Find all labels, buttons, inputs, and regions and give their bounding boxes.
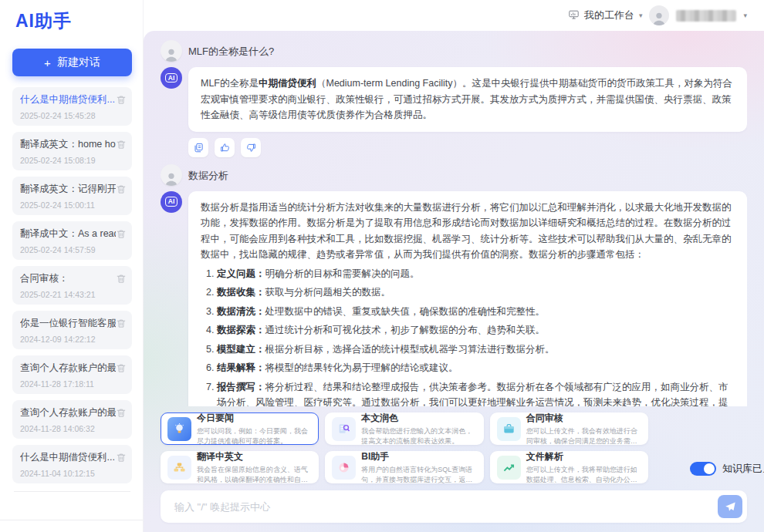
history-item[interactable]: 查询个人存款账户的最新... 2024-11-28 17:18:11 bbox=[12, 355, 132, 394]
ai-answer-text: MLF的全称是 bbox=[201, 78, 259, 89]
history-item-time: 2025-02-24 15:00:11 bbox=[20, 200, 124, 210]
trend-arrow-icon bbox=[497, 456, 521, 480]
translate-flow-icon bbox=[167, 456, 191, 480]
chevron-down-icon: ▾ bbox=[639, 12, 643, 19]
username-redacted[interactable] bbox=[676, 10, 736, 22]
user-message-text: 数据分析 bbox=[188, 164, 228, 186]
history-divider bbox=[14, 491, 130, 492]
history-item-title: 什么是中期借贷便利... bbox=[20, 93, 116, 106]
card-contract-review[interactable]: 合同审核 您可以上传文件，我会有效地进行合同审核，确保合同满足您的业务需求。 bbox=[490, 412, 648, 445]
cards-area: 今日要闻 您可以问我，例如：今日要闻，我会尽力提供准确和可靠的答案。 本文润色 … bbox=[161, 412, 747, 483]
card-file-parsing[interactable]: 文件解析 您可以上传文件，我将帮助您进行如数据处理、信息检索、自动化办公等。 bbox=[490, 451, 648, 483]
knowledge-base-toggle[interactable] bbox=[690, 462, 716, 476]
history-item-title: 什么是中期借贷便利... bbox=[20, 451, 116, 464]
ai-avatar: AI bbox=[161, 67, 182, 89]
step-item: 模型建立：根据分析目标，选择合适的统计模型或机器学习算法进行数据分析。 bbox=[217, 342, 735, 358]
history-item-time: 2025-02-24 15:45:28 bbox=[20, 111, 124, 120]
delete-icon[interactable] bbox=[117, 228, 126, 242]
history-item-time: 2025-02-21 14:43:21 bbox=[20, 290, 124, 299]
user-message: 数据分析 bbox=[161, 164, 747, 186]
card-description: 我会旨在保留原始信息的含义、语气和风格，以确保翻译的准确性和自然流畅。 bbox=[197, 465, 312, 483]
history-item[interactable]: 翻译成中文：As a reader... 2025-02-24 14:57:59 bbox=[12, 221, 132, 260]
new-chat-label: 新建对话 bbox=[57, 56, 100, 69]
app-root: AI助手 + 新建对话 什么是中期借贷便利... 2025-02-24 15:4… bbox=[0, 0, 764, 532]
card-text-polish[interactable]: 本文润色 我会帮助您进行您输入的文本润色，提高文本的流畅度和表达效果。 bbox=[325, 412, 483, 445]
history-item[interactable]: 翻译成英文：记得刚开始... 2025-02-24 15:00:11 bbox=[12, 177, 132, 215]
history-item-title: 查询个人存款账户的最新... bbox=[20, 406, 116, 419]
delete-icon[interactable] bbox=[117, 139, 126, 153]
message-input[interactable] bbox=[173, 500, 710, 513]
user-message-avatar bbox=[161, 164, 182, 186]
delete-icon[interactable] bbox=[117, 362, 126, 376]
briefcase-icon bbox=[497, 417, 521, 441]
workbench-icon bbox=[568, 9, 580, 22]
delete-icon[interactable] bbox=[117, 184, 126, 197]
thumbs-up-button[interactable] bbox=[215, 138, 235, 157]
ai-message: AI 数据分析是指用适当的统计分析方法对收集来的大量数据进行分析，将它们加以汇总… bbox=[161, 191, 747, 407]
history-item-title: 翻译成英文：记得刚开始... bbox=[20, 183, 116, 196]
delete-icon[interactable] bbox=[117, 273, 126, 287]
card-bi-assistant[interactable]: BI助手 将用户的自然语言转化为SQL查询语句，并直接与数据库进行交互，返回智能… bbox=[325, 451, 483, 483]
history-item-time: 2025-02-24 15:08:19 bbox=[20, 156, 124, 165]
new-chat-button[interactable]: + 新建对话 bbox=[12, 49, 132, 76]
workspace-label: 我的工作台 bbox=[584, 8, 634, 22]
history-item-time: 2025-02-24 14:57:59 bbox=[20, 245, 124, 254]
card-description: 您可以上传文件，我会有效地进行合同审核，确保合同满足您的业务需求。 bbox=[526, 426, 641, 445]
composer bbox=[161, 490, 747, 523]
history-item[interactable]: 什么是中期借贷便利... 2024-11-04 10:12:15 bbox=[12, 445, 132, 483]
step-item: 数据探索：通过统计分析和可视化技术，初步了解数据的分布、趋势和关联。 bbox=[217, 322, 735, 338]
card-description: 您可以上传文件，我将帮助您进行如数据处理、信息检索、自动化办公等。 bbox=[526, 465, 641, 483]
card-translate[interactable]: 翻译中英文 我会旨在保留原始信息的含义、语气和风格，以确保翻译的准确性和自然流畅… bbox=[161, 451, 319, 483]
toggle-knob bbox=[704, 463, 715, 474]
history-item[interactable]: 合同审核： 2025-02-21 14:43:21 bbox=[12, 266, 132, 305]
ai-answer-intro: 数据分析是指用适当的统计分析方法对收集来的大量数据进行分析，将它们加以汇总和理解… bbox=[201, 202, 732, 261]
conversation-history: 什么是中期借贷便利... 2025-02-24 15:45:28 翻译成英文：h… bbox=[12, 87, 132, 483]
history-item-title: 查询个人存款账户的最新... bbox=[20, 362, 116, 375]
delete-icon[interactable] bbox=[117, 407, 126, 421]
history-item-time: 2024-12-09 14:22:12 bbox=[20, 335, 124, 344]
history-item-time: 2024-11-04 10:12:15 bbox=[20, 469, 124, 478]
knowledge-base-label: 知识库已启用 bbox=[722, 462, 764, 476]
ai-message: AI MLF的全称是中期借贷便利（Medium-term Lending Fac… bbox=[161, 67, 747, 132]
history-item[interactable]: 你是一位银行智能客服，... 2024-12-09 14:22:12 bbox=[12, 311, 132, 349]
delete-icon[interactable] bbox=[117, 452, 126, 466]
chevron-down-icon[interactable]: ▾ bbox=[743, 12, 747, 19]
sidebar: AI助手 + 新建对话 什么是中期借贷便利... 2025-02-24 15:4… bbox=[0, 0, 144, 532]
card-today-news[interactable]: 今日要闻 您可以问我，例如：今日要闻，我会尽力提供准确和可靠的答案。 bbox=[161, 412, 319, 445]
plus-icon: + bbox=[44, 56, 51, 69]
step-item: 报告撰写：将分析过程、结果和结论整理成报告，供决策者参考。数据分析在各个领域都有… bbox=[217, 379, 735, 407]
user-avatar[interactable] bbox=[649, 5, 669, 25]
thumbs-down-button[interactable] bbox=[241, 138, 261, 157]
message-list: MLF的全称是什么? AI MLF的全称是中期借贷便利（Medium-term … bbox=[161, 40, 747, 406]
history-item[interactable]: 查询个人存款账户的最新... 2024-11-28 14:06:32 bbox=[12, 400, 132, 439]
paper-plane-icon bbox=[725, 501, 736, 513]
main-area: 我的工作台 ▾ ▾ MLF的全称是什么? AI bbox=[144, 0, 764, 532]
delete-icon[interactable] bbox=[117, 94, 126, 108]
ai-message-bubble: MLF的全称是中期借贷便利（Medium-term Lending Facili… bbox=[188, 67, 747, 132]
history-item-time: 2024-11-28 14:06:32 bbox=[20, 424, 124, 433]
step-item: 数据清洗：处理数据中的错误、重复或缺失值，确保数据的准确性和完整性。 bbox=[217, 304, 735, 320]
card-title: 翻译中英文 bbox=[197, 450, 312, 463]
feature-cards: 今日要闻 您可以问我，例如：今日要闻，我会尽力提供准确和可靠的答案。 本文润色 … bbox=[161, 412, 648, 483]
user-message-text: MLF的全称是什么? bbox=[188, 40, 274, 62]
chat-panel: MLF的全称是什么? AI MLF的全称是中期借贷便利（Medium-term … bbox=[144, 31, 764, 532]
pie-chart-icon bbox=[332, 456, 356, 480]
document-magnifier-icon bbox=[332, 417, 356, 441]
delete-icon[interactable] bbox=[117, 318, 126, 332]
step-item: 数据收集：获取与分析问题相关的数据。 bbox=[217, 285, 735, 301]
step-item: 结果解释：将模型的结果转化为易于理解的结论或建议。 bbox=[217, 360, 735, 376]
knowledge-base-control: 知识库已启用 bbox=[690, 462, 764, 483]
app-logo: AI助手 bbox=[15, 9, 132, 33]
history-item[interactable]: 翻译成英文：home home 2025-02-24 15:08:19 bbox=[12, 132, 132, 170]
step-item: 定义问题：明确分析的目标和需要解决的问题。 bbox=[217, 266, 735, 282]
send-button[interactable] bbox=[718, 495, 742, 518]
workspace-switcher[interactable]: 我的工作台 ▾ bbox=[568, 8, 643, 22]
card-description: 将用户的自然语言转化为SQL查询语句，并直接与数据库进行交互，返回智能推荐的图表… bbox=[361, 465, 476, 483]
card-title: 文件解析 bbox=[526, 450, 641, 463]
copy-button[interactable] bbox=[188, 138, 208, 157]
history-item[interactable]: 什么是中期借贷便利... 2025-02-24 15:45:28 bbox=[12, 87, 132, 126]
lightbulb-icon bbox=[167, 417, 191, 441]
history-item-title: 你是一位银行智能客服，... bbox=[20, 317, 116, 330]
history-item-title: 翻译成英文：home home bbox=[20, 138, 116, 151]
user-message: MLF的全称是什么? bbox=[161, 40, 747, 62]
